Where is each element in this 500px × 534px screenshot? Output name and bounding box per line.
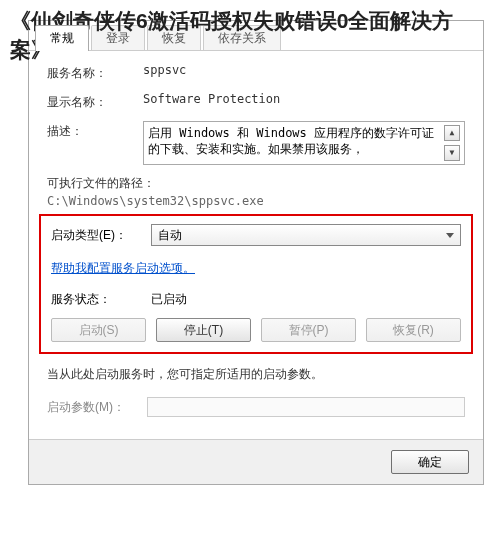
resume-button[interactable]: 恢复(R): [366, 318, 461, 342]
tab-logon[interactable]: 登录: [91, 25, 145, 50]
description-box: 启用 Windows 和 Windows 应用程序的数字许可证的下载、安装和实施…: [143, 121, 465, 165]
startup-type-label: 启动类型(E)：: [51, 227, 151, 244]
display-name-label: 显示名称：: [47, 92, 143, 111]
tab-general[interactable]: 常规: [35, 25, 89, 51]
startup-params-label: 启动参数(M)：: [47, 399, 147, 416]
service-status-label: 服务状态：: [51, 291, 151, 308]
startup-params-hint: 当从此处启动服务时，您可指定所适用的启动参数。: [47, 366, 465, 383]
description-scroll-up[interactable]: ▲: [444, 125, 460, 141]
highlighted-section: 启动类型(E)： 自动 帮助我配置服务启动选项。 服务状态： 已启动 启动(S)…: [39, 214, 473, 354]
help-link[interactable]: 帮助我配置服务启动选项。: [51, 260, 195, 277]
pause-button[interactable]: 暂停(P): [261, 318, 356, 342]
start-button[interactable]: 启动(S): [51, 318, 146, 342]
display-name-value: Software Protection: [143, 92, 280, 106]
stop-button[interactable]: 停止(T): [156, 318, 251, 342]
tab-strip: 常规 登录 恢复 依存关系: [29, 21, 483, 51]
service-status-value: 已启动: [151, 291, 187, 308]
exe-path-label: 可执行文件的路径：: [47, 175, 465, 192]
service-properties-dialog: 常规 登录 恢复 依存关系 服务名称： sppsvc 显示名称： Softwar…: [28, 20, 484, 485]
service-name-label: 服务名称：: [47, 63, 143, 82]
tab-recovery[interactable]: 恢复: [147, 25, 201, 50]
startup-type-value: 自动: [158, 227, 182, 244]
description-scroll-down[interactable]: ▼: [444, 145, 460, 161]
service-name-value: sppsvc: [143, 63, 186, 77]
ok-button[interactable]: 确定: [391, 450, 469, 474]
tab-dependencies[interactable]: 依存关系: [203, 25, 281, 50]
exe-path-value: C:\Windows\system32\sppsvc.exe: [47, 194, 465, 208]
tab-panel-general: 服务名称： sppsvc 显示名称： Software Protection 描…: [29, 51, 483, 439]
dialog-footer: 确定: [29, 439, 483, 484]
description-label: 描述：: [47, 121, 143, 140]
startup-type-select[interactable]: 自动: [151, 224, 461, 246]
description-text: 启用 Windows 和 Windows 应用程序的数字许可证的下载、安装和实施…: [148, 125, 442, 161]
startup-params-input[interactable]: [147, 397, 465, 417]
